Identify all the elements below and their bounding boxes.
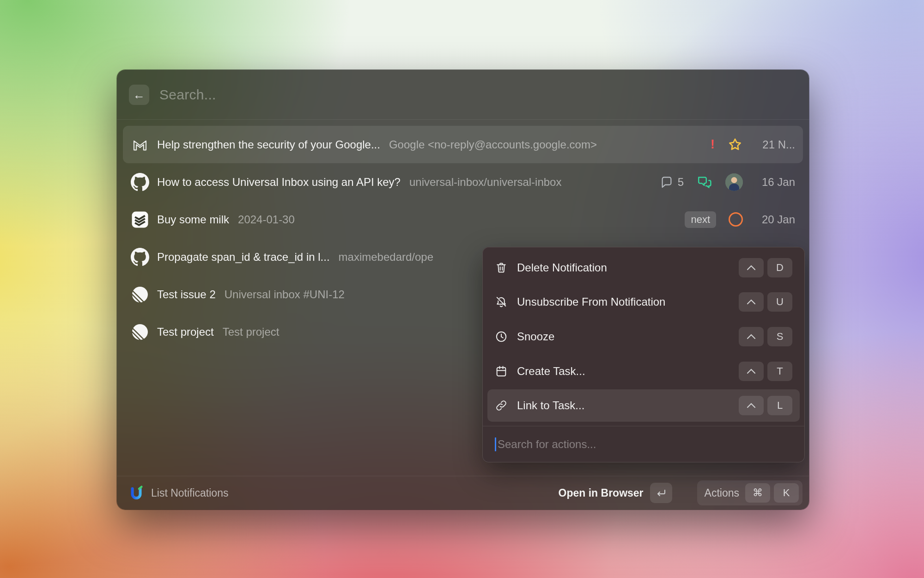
return-key-icon — [650, 483, 672, 503]
actions-search-input[interactable]: Search for actions... — [483, 426, 804, 462]
discussion-icon — [696, 174, 713, 191]
search-input[interactable]: Search... — [159, 87, 797, 103]
shortcut-key: L — [767, 396, 792, 415]
row-title: How to access Universal Inbox using an A… — [157, 176, 401, 189]
menu-item-create-task[interactable]: Create Task... T — [487, 355, 800, 387]
menu-item-label: Snooze — [517, 330, 729, 343]
clock-icon — [495, 330, 508, 343]
row-title: Help strengthen the security of your Goo… — [157, 138, 380, 151]
command-key: ⌘ — [745, 483, 770, 503]
todoist-status-icon — [729, 212, 743, 227]
ctrl-key-icon — [739, 292, 764, 312]
notification-row-github[interactable]: How to access Universal Inbox using an A… — [123, 163, 803, 201]
comment-count: 5 — [678, 176, 684, 189]
k-key: K — [774, 483, 799, 503]
row-subtitle: Test project — [223, 326, 280, 338]
shortcut-key: T — [767, 362, 792, 381]
text-cursor — [495, 437, 496, 451]
row-subtitle: 2024-01-30 — [238, 213, 295, 226]
row-date: 16 Jan — [755, 176, 795, 189]
trash-icon — [495, 261, 508, 274]
row-title: Buy some milk — [157, 213, 229, 226]
menu-item-label: Unsubscribe From Notification — [517, 295, 729, 308]
ctrl-key-icon — [739, 396, 764, 415]
comment-icon — [660, 175, 674, 189]
menu-item-link-to-task[interactable]: Link to Task... L — [487, 389, 800, 422]
menu-item-delete-notification[interactable]: Delete Notification D — [487, 252, 800, 284]
search-header: ← Search... — [117, 70, 809, 120]
important-icon: ! — [711, 137, 715, 152]
actions-label: Actions — [705, 487, 739, 499]
tag-badge: next — [685, 211, 716, 228]
row-subtitle: maximebedard/ope — [339, 251, 433, 264]
row-title: Propagate span_id & trace_id in l... — [157, 251, 330, 264]
row-date: 21 N... — [755, 138, 795, 151]
avatar — [725, 173, 743, 191]
status-bar: List Notifications Open in Browser Actio… — [117, 476, 809, 510]
row-date: 20 Jan — [755, 213, 795, 226]
menu-item-label: Delete Notification — [517, 261, 729, 274]
row-title: Test project — [157, 326, 214, 338]
star-icon — [727, 137, 743, 153]
ctrl-key-icon — [739, 362, 764, 381]
notification-row-gmail[interactable]: Help strengthen the security of your Goo… — [123, 126, 803, 163]
menu-item-label: Create Task... — [517, 365, 729, 378]
actions-button[interactable]: Actions ⌘ K — [697, 480, 802, 505]
menu-item-label: Link to Task... — [517, 399, 729, 412]
todoist-icon — [131, 210, 149, 229]
menu-item-unsubscribe[interactable]: Unsubscribe From Notification U — [487, 286, 800, 318]
github-icon — [131, 248, 149, 266]
ctrl-key-icon — [739, 258, 764, 277]
command-title: List Notifications — [151, 487, 228, 499]
shortcut-key: U — [767, 292, 792, 312]
link-icon — [495, 399, 508, 412]
shortcut-key: S — [767, 327, 792, 346]
back-arrow-icon: ← — [133, 89, 145, 101]
ctrl-key-icon — [739, 327, 764, 346]
primary-action-label[interactable]: Open in Browser — [559, 487, 644, 499]
back-button[interactable]: ← — [129, 85, 149, 105]
linear-icon — [131, 323, 149, 341]
row-subtitle: universal-inbox/universal-inbox — [409, 176, 562, 189]
linear-icon — [131, 285, 149, 304]
bell-slash-icon — [495, 295, 508, 308]
universal-inbox-logo-icon — [129, 485, 144, 501]
desktop-background: { "search": { "placeholder": "Search..."… — [0, 0, 924, 578]
row-subtitle: Google <no-reply@accounts.google.com> — [389, 138, 597, 151]
shortcut-key: D — [767, 258, 792, 277]
notification-row-todoist[interactable]: Buy some milk 2024-01-30 next 20 Jan — [123, 201, 803, 238]
menu-item-snooze[interactable]: Snooze S — [487, 320, 800, 353]
launcher-window: ← Search... Help strengthen the security… — [117, 70, 809, 510]
github-icon — [131, 173, 149, 191]
calendar-icon — [495, 365, 508, 378]
actions-search-placeholder: Search for actions... — [498, 438, 596, 451]
row-subtitle: Universal inbox #UNI-12 — [225, 288, 345, 301]
gmail-icon — [131, 135, 149, 154]
row-title: Test issue 2 — [157, 288, 216, 301]
actions-popup: Delete Notification D Unsubscribe From N… — [482, 247, 805, 462]
